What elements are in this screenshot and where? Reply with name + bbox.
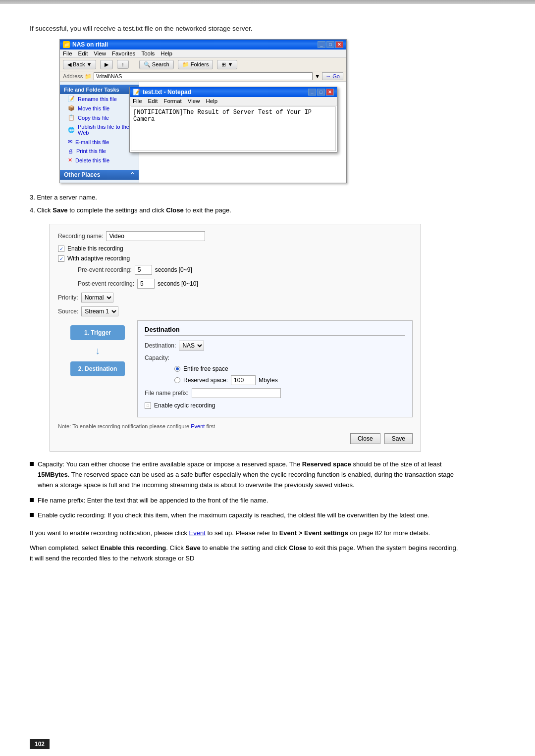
bullet-section: Capacity: You can either choose the enti… bbox=[30, 459, 461, 521]
adaptive-recording-checkbox[interactable]: ✓ bbox=[58, 255, 64, 262]
notepad-minimize-button[interactable]: _ bbox=[308, 89, 316, 96]
steps-section: 3. Enter a server name. 4. Click Save to… bbox=[30, 192, 505, 216]
destination-flow-label: 2. Destination bbox=[78, 365, 117, 372]
entire-free-row: Entire free space bbox=[174, 365, 405, 372]
search-button[interactable]: 🔍 Search bbox=[139, 60, 174, 69]
explorer-addressbar: Address 📁 ▼ → Go bbox=[60, 71, 346, 82]
notepad-content[interactable]: [NOTIFICATION]The Result of Server Test … bbox=[131, 107, 335, 151]
notepad-close-button[interactable]: ✕ bbox=[326, 89, 334, 96]
close-button[interactable]: Close bbox=[350, 433, 380, 444]
notepad-menu-help[interactable]: Help bbox=[206, 98, 218, 104]
bullet-item-cyclic: Enable cyclic recording: If you check th… bbox=[30, 510, 461, 521]
notepad-menu-edit[interactable]: Edit bbox=[148, 98, 158, 104]
event-link[interactable]: Event bbox=[191, 423, 205, 429]
menu-help[interactable]: Help bbox=[160, 50, 172, 56]
bullet-square-2 bbox=[30, 498, 34, 502]
sidebar-move[interactable]: 📦 Move this file bbox=[60, 103, 139, 113]
cyclic-checkbox[interactable]: □ bbox=[145, 403, 151, 409]
address-folder-icon: 📁 bbox=[85, 73, 92, 80]
post-event-suffix: seconds [0~10] bbox=[158, 280, 198, 287]
pre-event-input[interactable] bbox=[135, 265, 152, 275]
explorer-main: 📄 test.txt Text Document 1 kB 📝 test.txt… bbox=[139, 82, 346, 183]
form-bottom: Note: To enable recording notification p… bbox=[58, 423, 413, 429]
forward-button[interactable]: ▶ bbox=[100, 60, 113, 69]
notepad-menu-view[interactable]: View bbox=[188, 98, 200, 104]
notepad-restore-button[interactable]: □ bbox=[317, 89, 325, 96]
priority-row: Priority: Normal bbox=[58, 293, 413, 302]
final-text: If you want to enable recording notifica… bbox=[30, 528, 461, 563]
other-places-label: Other Places bbox=[64, 171, 100, 178]
entire-free-radio[interactable] bbox=[174, 366, 180, 372]
close-bold: Close bbox=[166, 206, 183, 214]
sidebar-delete[interactable]: ✕ Delete this file bbox=[60, 155, 139, 165]
bullet-text-capacity: Capacity: You can either choose the enti… bbox=[38, 459, 461, 490]
post-event-input[interactable] bbox=[137, 279, 155, 289]
bullet-text-prefix: File name prefix: Enter the text that wi… bbox=[38, 496, 461, 506]
sidebar-copy[interactable]: 📋 Copy this file bbox=[60, 113, 139, 122]
address-dropdown-icon[interactable]: ▼ bbox=[315, 73, 320, 79]
search-label: Search bbox=[152, 61, 169, 67]
explorer-win-controls[interactable]: _ □ ✕ bbox=[318, 41, 343, 48]
sidebar-print[interactable]: 🖨 Print this file bbox=[60, 147, 139, 155]
sidebar-publish[interactable]: 🌐 Publish this file to the Web bbox=[60, 122, 139, 137]
step4-text: 4. Click Save to complete the settings a… bbox=[30, 205, 505, 216]
notepad-icon: 📝 bbox=[133, 89, 140, 96]
enable-recording-label: Enable this recording bbox=[67, 245, 123, 252]
event-link-1[interactable]: Event bbox=[189, 529, 206, 537]
reserved-label: Reserved space: bbox=[183, 377, 228, 384]
close-button[interactable]: ✕ bbox=[335, 41, 343, 48]
btn-row: Close Save bbox=[58, 433, 413, 444]
sidebar-email[interactable]: ✉ E-mail this file bbox=[60, 137, 139, 147]
enable-recording-checkbox[interactable]: ✓ bbox=[58, 246, 64, 252]
final-paragraph-1: If you want to enable recording notifica… bbox=[30, 528, 461, 538]
other-collapse-icon[interactable]: ⌃ bbox=[130, 171, 135, 178]
toolbar-separator bbox=[134, 59, 134, 69]
flow-arrow: ↓ bbox=[95, 345, 100, 356]
reserved-space-radio[interactable] bbox=[174, 377, 180, 383]
intro-text: If successful, you will receive a test.t… bbox=[30, 25, 505, 32]
menu-view[interactable]: View bbox=[94, 50, 106, 56]
bullet-square-3 bbox=[30, 513, 34, 517]
recording-name-input[interactable] bbox=[106, 231, 205, 241]
dest-select[interactable]: NAS bbox=[179, 341, 204, 351]
folders-label: Folders bbox=[191, 61, 209, 67]
sidebar-rename[interactable]: 📝 Rename this file bbox=[60, 94, 139, 103]
minimize-button[interactable]: _ bbox=[318, 41, 325, 48]
menu-favorites[interactable]: Favorites bbox=[112, 50, 135, 56]
tasks-header-label: File and Folder Tasks bbox=[64, 87, 119, 93]
back-button[interactable]: ◀ Back ▼ bbox=[63, 60, 96, 69]
go-arrow-icon: → bbox=[325, 73, 331, 79]
explorer-toolbar: ◀ Back ▼ ▶ ↑ 🔍 Search 📁 Folders ⊞ ▼ bbox=[60, 58, 346, 71]
views-button[interactable]: ⊞ ▼ bbox=[217, 60, 237, 69]
bullet-square-1 bbox=[30, 462, 34, 466]
file-prefix-input[interactable] bbox=[192, 388, 281, 398]
menu-tools[interactable]: Tools bbox=[141, 50, 155, 56]
menu-file[interactable]: File bbox=[63, 50, 72, 56]
adaptive-recording-row: ✓ With adaptive recording bbox=[58, 255, 413, 262]
dest-panel: Destination Destination: NAS Capacity: E… bbox=[137, 320, 413, 417]
cyclic-row: □ Enable cyclic recording bbox=[145, 402, 405, 409]
notepad-title: test.txt - Notepad bbox=[143, 89, 191, 96]
page-number: 102 bbox=[30, 739, 50, 749]
reserved-input[interactable] bbox=[231, 375, 256, 385]
publish-icon: 🌐 bbox=[68, 127, 75, 133]
address-input[interactable] bbox=[94, 72, 313, 80]
up-button[interactable]: ↑ bbox=[117, 60, 129, 69]
priority-select[interactable]: Normal bbox=[81, 293, 113, 302]
pre-event-label: Pre-event recording: bbox=[78, 266, 132, 273]
notepad-menu-file[interactable]: File bbox=[133, 98, 142, 104]
entire-free-label: Entire free space bbox=[183, 365, 228, 372]
move-icon: 📦 bbox=[68, 105, 75, 111]
source-select[interactable]: Stream 1 bbox=[81, 306, 118, 316]
save-button[interactable]: Save bbox=[384, 433, 413, 444]
notepad-menu-format[interactable]: Format bbox=[163, 98, 181, 104]
menu-edit[interactable]: Edit bbox=[78, 50, 88, 56]
restore-button[interactable]: □ bbox=[326, 41, 334, 48]
notepad-win-controls[interactable]: _ □ ✕ bbox=[308, 89, 334, 96]
dropdown-icon: ▼ bbox=[86, 61, 92, 67]
folders-button[interactable]: 📁 Folders bbox=[178, 60, 214, 69]
adaptive-recording-label: With adaptive recording bbox=[67, 255, 130, 262]
priority-label: Priority: bbox=[58, 294, 78, 301]
dest-panel-title: Destination bbox=[145, 326, 405, 336]
go-button[interactable]: → Go bbox=[322, 72, 343, 80]
